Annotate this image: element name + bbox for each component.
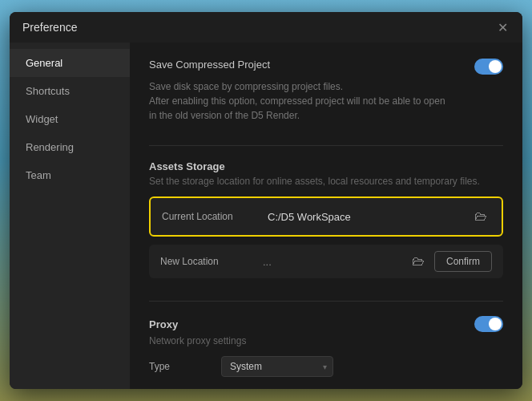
proxy-title: Proxy: [149, 318, 178, 330]
confirm-button[interactable]: Confirm: [434, 251, 492, 272]
new-location-path: ...: [263, 256, 402, 268]
current-location-label: Current Location: [162, 211, 258, 222]
dialog-title: Preference: [22, 21, 77, 34]
new-location-row: New Location ... 🗁 Confirm: [149, 245, 503, 278]
divider-2: [149, 301, 503, 302]
new-location-label: New Location: [160, 256, 256, 267]
content-area: Save Compressed Project Save disk space …: [130, 43, 522, 389]
proxy-type-select[interactable]: System Manual None: [221, 356, 333, 377]
preference-dialog: Preference ✕ General Shortcuts Widget Re…: [10, 12, 522, 389]
assets-storage-section: Assets Storage Set the storage location …: [149, 160, 503, 278]
save-compressed-toggle[interactable]: [474, 59, 503, 75]
save-compressed-label: Save Compressed Project: [149, 59, 270, 71]
save-compressed-row: Save Compressed Project: [149, 59, 503, 75]
sidebar-item-rendering[interactable]: Rendering: [10, 133, 130, 161]
proxy-type-label: Type: [149, 361, 213, 372]
proxy-row: Proxy: [149, 316, 503, 332]
proxy-desc: Network proxy settings: [149, 335, 503, 346]
divider-1: [149, 145, 503, 146]
assets-storage-desc: Set the storage location for online asse…: [149, 176, 503, 187]
proxy-toggle[interactable]: [474, 316, 503, 332]
current-location-value: C:/D5 WorkSpace: [268, 211, 461, 223]
folder-new-icon: 🗁: [412, 254, 425, 268]
proxy-section: Proxy Network proxy settings Type System…: [149, 316, 503, 377]
sidebar: General Shortcuts Widget Rendering Team: [10, 43, 130, 389]
new-location-folder-button[interactable]: 🗁: [409, 253, 428, 270]
proxy-type-select-wrapper: System Manual None ▾: [221, 356, 333, 377]
sidebar-item-team[interactable]: Team: [10, 161, 130, 189]
sidebar-item-widget[interactable]: Widget: [10, 105, 130, 133]
save-compressed-desc: Save disk space by compressing project f…: [149, 79, 453, 123]
sidebar-item-shortcuts[interactable]: Shortcuts: [10, 77, 130, 105]
close-icon: ✕: [498, 20, 508, 35]
close-button[interactable]: ✕: [495, 20, 510, 34]
assets-storage-title: Assets Storage: [149, 160, 503, 172]
current-location-folder-button[interactable]: 🗁: [471, 208, 490, 225]
dialog-body: General Shortcuts Widget Rendering Team …: [10, 43, 522, 389]
sidebar-item-general[interactable]: General: [10, 49, 130, 77]
title-bar: Preference ✕: [10, 12, 522, 43]
proxy-type-row: Type System Manual None ▾: [149, 356, 503, 377]
save-compressed-section: Save Compressed Project Save disk space …: [149, 59, 503, 123]
current-location-box: Current Location C:/D5 WorkSpace 🗁: [149, 196, 503, 237]
folder-open-icon: 🗁: [474, 209, 487, 223]
